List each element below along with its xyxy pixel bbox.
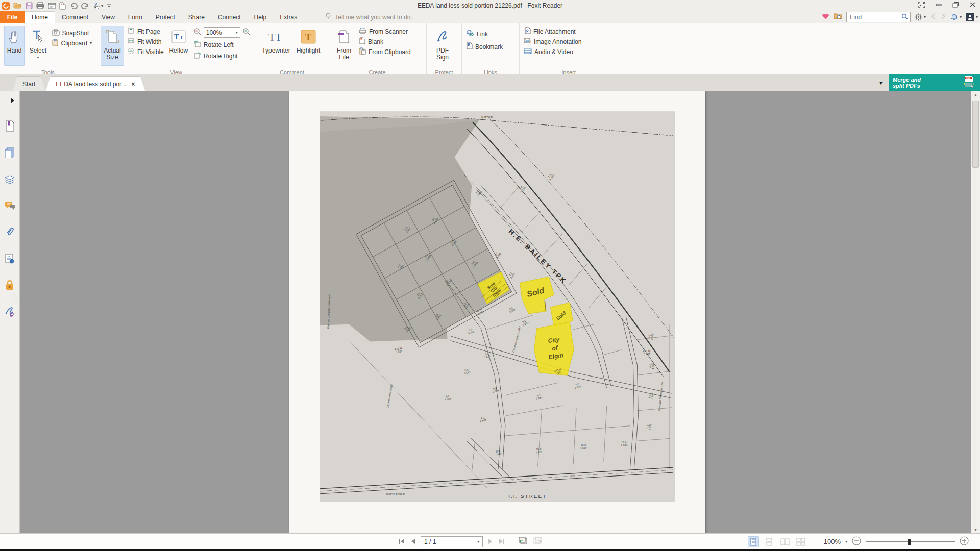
close-tab-icon[interactable]: × [131,81,135,88]
tab-share[interactable]: Share [182,11,211,23]
document-properties-icon[interactable] [48,3,56,9]
scrollbar-thumb[interactable] [972,101,979,168]
notifications-bell-icon[interactable]: ▾ [950,13,962,21]
avatar-caret[interactable]: ▾ [976,15,978,19]
zoom-slider[interactable] [866,541,955,542]
next-page-icon[interactable] [488,537,493,546]
facing-view-icon[interactable] [779,536,791,547]
scroll-down-arrow[interactable]: ▼ [971,528,980,532]
hand-tool-button[interactable]: Hand [4,26,24,66]
tab-list-caret[interactable]: ▼ [873,74,889,91]
tell-me-box[interactable]: Tell me what you want to do.. [325,11,414,23]
search-folder-icon[interactable] [834,13,842,22]
fit-width-button[interactable]: Fit Width [127,37,164,46]
tab-view[interactable]: View [95,11,121,23]
file-menu[interactable]: File [0,11,24,23]
previous-view-icon[interactable] [519,537,528,546]
foxit-logo-icon[interactable] [2,2,10,10]
fit-page-button[interactable]: Fit Page [127,27,164,36]
pdf-sign-button[interactable]: PDF Sign [431,26,454,66]
tab-start[interactable]: Start [12,76,45,91]
screen-mode-icon[interactable] [918,2,925,8]
status-zoom-caret[interactable]: ▾ [845,539,847,544]
zoom-out-icon[interactable] [193,28,202,38]
zoom-level-select[interactable]: 100% ▾ [204,27,240,38]
last-page-icon[interactable] [498,537,505,546]
link-button[interactable]: Link [466,30,503,38]
zoom-in-icon[interactable] [242,28,251,38]
touch-mode-icon[interactable]: ▾ [93,2,103,10]
document-canvas[interactable]: H.E. BAILEY TPK I.I. STREET N 89°58' E N… [20,91,971,534]
tab-help[interactable]: Help [248,11,274,23]
restore-button[interactable] [952,2,959,8]
from-file-button[interactable]: From File [332,26,356,66]
bookmark-button[interactable]: Bookmark [466,42,503,51]
from-clipboard-button[interactable]: From Clipboard [359,47,411,56]
close-button[interactable] [969,2,976,8]
pdf-page[interactable]: H.E. BAILEY TPK I.I. STREET N 89°58' E N… [289,91,705,534]
bookmarks-panel-icon[interactable] [4,120,16,132]
touch-mode-caret[interactable]: ▾ [101,4,103,8]
tab-connect[interactable]: Connect [211,11,248,23]
highlight-button[interactable]: T Highlight [295,26,322,66]
save-icon[interactable] [26,2,33,9]
clipboard-button[interactable]: Clipboard ▾ [52,39,92,47]
minimize-button[interactable] [936,2,942,8]
zoom-in-button[interactable] [960,536,969,547]
customize-qat-icon[interactable] [107,3,111,9]
scroll-up-arrow[interactable]: ▲ [971,93,980,97]
redo-icon[interactable] [81,2,89,9]
reflow-button[interactable]: TT Reflow [167,26,190,66]
file-attachment-button[interactable]: File Attachment [524,27,581,36]
from-file-icon [338,28,350,45]
attachments-panel-icon[interactable] [4,226,16,238]
tab-comment[interactable]: Comment [55,11,95,23]
panel-resize-handle[interactable]: ∙∙∙∙∙∙∙∙∙∙∙∙ [14,290,17,401]
tab-protect[interactable]: Protect [149,11,182,23]
comments-panel-icon[interactable] [4,199,16,212]
rotate-left-button[interactable]: Rotate Left [193,40,251,49]
layers-panel-icon[interactable] [4,173,16,185]
signatures-panel-icon[interactable] [4,253,16,265]
find-box[interactable] [846,12,911,22]
expand-panel-arrow-icon[interactable] [6,94,18,107]
audio-video-button[interactable]: Audio & Video [524,47,581,56]
pages-panel-icon[interactable] [4,146,16,159]
rotate-right-button[interactable]: Rotate Right [193,52,251,60]
next-view-icon[interactable] [533,537,542,546]
image-annotation-button[interactable]: Image Annotation [524,37,581,46]
typewriter-button[interactable]: TI Typewriter [260,26,292,66]
first-page-icon[interactable] [398,537,405,546]
tab-home[interactable]: Home [24,11,55,23]
search-icon[interactable] [901,13,908,22]
continuous-facing-view-icon[interactable] [795,536,806,547]
find-input[interactable] [849,13,899,21]
single-page-view-icon[interactable] [748,536,759,547]
tab-form[interactable]: Form [121,11,149,23]
heart-icon[interactable] [822,13,829,22]
previous-page-icon[interactable] [410,537,415,546]
vertical-scrollbar[interactable]: ▲ ▼ [971,91,980,534]
new-document-icon[interactable]: * [59,2,66,10]
zoom-slider-handle[interactable] [908,539,911,545]
blank-button[interactable]: * Blank [359,37,411,46]
settings-gear-icon[interactable]: ▾ [915,13,926,21]
account-avatar[interactable]: ▾ [966,13,978,21]
tab-extras[interactable]: Extras [273,11,304,23]
bell-caret[interactable]: ▾ [960,15,962,19]
zoom-out-button[interactable] [852,536,861,547]
print-icon[interactable] [36,2,44,9]
actual-size-button[interactable]: Actual Size [101,26,124,66]
merge-split-promo[interactable]: Merge and split PDFs PDF [889,74,980,91]
from-scanner-button[interactable]: From Scanner [359,27,411,36]
continuous-view-icon[interactable] [764,536,775,547]
fit-visible-button[interactable]: Fit Visible [127,47,164,56]
page-number-field[interactable]: 1 / 1 ▾ [421,536,483,547]
snapshot-button[interactable]: SnapShot [52,29,92,37]
select-tool-button[interactable]: Select ▾ [28,26,48,66]
tab-document[interactable]: EEDA land less sold por... × [45,76,145,91]
page-number-value: 1 / 1 [424,538,436,545]
undo-icon[interactable] [69,2,78,9]
open-file-icon[interactable] [13,2,22,9]
settings-caret[interactable]: ▾ [924,15,926,19]
